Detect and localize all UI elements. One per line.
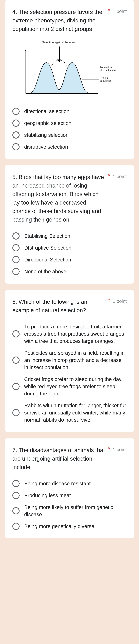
question-text: 4. The selection pressure favors the ext…	[12, 8, 106, 33]
radio-option[interactable]: DIstruptive Selection	[12, 242, 127, 254]
option-label: stabilizing selection	[24, 132, 127, 138]
radio-icon	[12, 383, 20, 390]
radio-option[interactable]: None of the above	[12, 266, 127, 278]
required-asterisk: *	[108, 173, 110, 179]
radio-icon	[12, 507, 20, 514]
radio-icon	[12, 523, 20, 530]
radio-option[interactable]: Pesticides are sprayed in a field, resul…	[12, 347, 127, 373]
option-list: Being more disease resistant Producing l…	[12, 478, 127, 532]
radio-icon	[12, 268, 20, 275]
point-value: 1 point	[113, 173, 127, 179]
option-label: None of the above	[24, 268, 127, 275]
radio-option[interactable]: Rabbits with a mutation for longer, thic…	[12, 400, 127, 426]
required-asterisk: *	[108, 8, 110, 14]
question-card-7: 7. The disadvantages of animals that are…	[5, 438, 134, 538]
option-label: geographic selection	[24, 120, 127, 127]
legend-2b: population	[100, 79, 112, 82]
radio-option[interactable]: disruptive selection	[12, 141, 127, 153]
required-asterisk: *	[108, 298, 110, 303]
option-label: DIstruptive Selection	[24, 244, 127, 252]
option-label: Being more disease resistant	[24, 480, 127, 487]
question-header: 4. The selection pressure favors the ext…	[12, 8, 127, 33]
radio-icon	[12, 256, 20, 263]
question-header: 6. Which of the following is an example …	[12, 298, 127, 314]
radio-option[interactable]: stabilizing selection	[12, 129, 127, 141]
radio-icon	[12, 132, 20, 138]
option-label: disruptive selection	[24, 143, 127, 150]
x-axis-arrow	[96, 93, 98, 94]
legend-1a: Population	[100, 66, 112, 69]
radio-option[interactable]: To produce a more desirable fruit, a far…	[12, 321, 127, 347]
question-card-6: 6. Which of the following is an example …	[5, 290, 134, 432]
option-label: Pesticides are sprayed in a field, resul…	[24, 349, 127, 371]
radio-icon	[12, 143, 20, 150]
radio-icon	[12, 409, 20, 416]
legend-2a: Original	[100, 76, 108, 79]
radio-icon	[12, 120, 20, 127]
question-body: 7. The disadvantages of animals that are…	[12, 447, 105, 470]
question-header: 5. Birds that lay too many eggs have an …	[12, 173, 127, 224]
radio-option[interactable]: Producing less meat	[12, 490, 127, 501]
radio-option[interactable]: geographic selection	[12, 117, 127, 129]
radio-option[interactable]: Stabilising Selection	[12, 230, 127, 242]
disruptive-selection-graph: Selection against the mean Population af…	[20, 40, 118, 99]
radio-option[interactable]: Being more genetically diverse	[12, 520, 127, 532]
question-card-4: 4. The selection pressure favors the ext…	[5, 0, 134, 159]
question-body: 4. The selection pressure favors the ext…	[12, 9, 102, 32]
question-header: 7. The disadvantages of animals that are…	[12, 446, 127, 472]
chart-title: Selection against the mean	[42, 41, 76, 44]
option-label: Being more genetically diverse	[24, 523, 127, 530]
question-body: 5. Birds that lay too many eggs have an …	[12, 174, 104, 223]
radio-option[interactable]: Being more likely to suffer from genetic…	[12, 501, 127, 520]
option-label: Directional Selection	[24, 256, 127, 263]
option-list: To produce a more desirable fruit, a far…	[12, 321, 127, 426]
option-label: Stabilising Selection	[24, 232, 127, 240]
radio-icon	[12, 108, 20, 115]
option-list: Stabilising Selection DIstruptive Select…	[12, 230, 127, 278]
y-axis-arrow	[25, 50, 26, 51]
radio-icon	[12, 244, 20, 252]
radio-option[interactable]: Directional Selection	[12, 254, 127, 266]
option-label: Being more likely to suffer from genetic…	[24, 504, 127, 518]
option-label: directional selection	[24, 108, 127, 115]
selection-chart: Selection against the mean Population af…	[12, 40, 127, 99]
radio-icon	[12, 356, 20, 364]
radio-option[interactable]: Being more disease resistant	[12, 478, 127, 490]
option-label: Rabbits with a mutation for longer, thic…	[24, 402, 127, 424]
option-label: Cricket frogs prefer to sleep during the…	[24, 376, 127, 397]
radio-option[interactable]: directional selection	[12, 105, 127, 117]
point-value: 1 point	[113, 446, 127, 452]
radio-icon	[12, 232, 20, 240]
legend-1b: after selection	[100, 69, 116, 72]
radio-icon	[12, 492, 20, 499]
option-list: directional selection geographic selecti…	[12, 105, 127, 153]
required-asterisk: *	[108, 446, 110, 452]
question-body: 6. Which of the following is an example …	[12, 298, 87, 313]
point-value: 1 point	[113, 298, 127, 304]
option-label: To produce a more desirable fruit, a far…	[24, 323, 127, 345]
radio-option[interactable]: Cricket frogs prefer to sleep during the…	[12, 373, 127, 400]
question-text: 7. The disadvantages of animals that are…	[12, 446, 106, 472]
option-label: Producing less meat	[24, 492, 127, 499]
question-text: 6. Which of the following is an example …	[12, 298, 106, 314]
radio-icon	[12, 330, 20, 338]
question-card-5: 5. Birds that lay too many eggs have an …	[5, 165, 134, 284]
question-text: 5. Birds that lay too many eggs have an …	[12, 173, 106, 224]
radio-icon	[12, 480, 20, 487]
point-value: 1 point	[113, 8, 127, 14]
after-selection-curve	[28, 62, 90, 93]
